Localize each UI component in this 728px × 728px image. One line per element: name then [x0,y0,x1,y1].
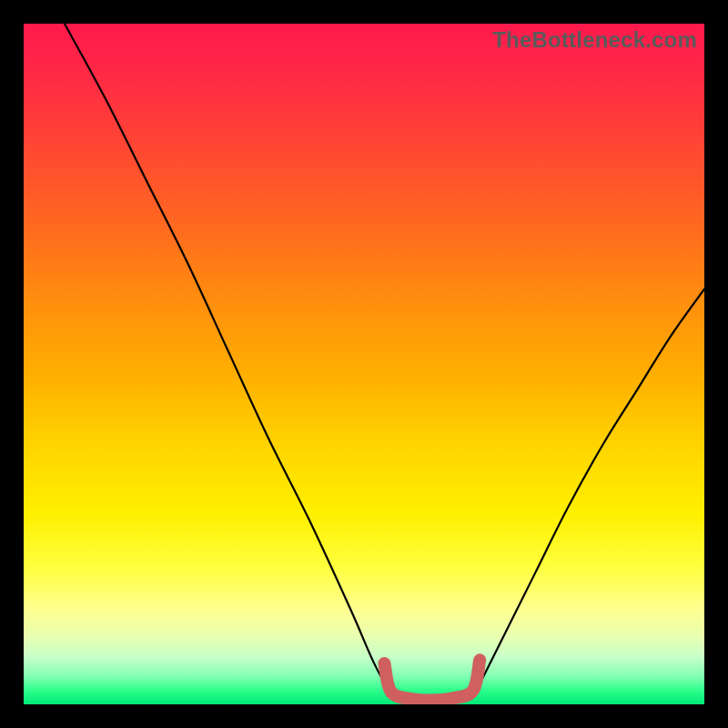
curve-left [65,24,391,694]
plot-area: TheBottleneck.com [24,24,704,704]
curve-right [476,289,704,691]
chart-svg [24,24,704,704]
curve-valley [384,660,480,700]
chart-frame: TheBottleneck.com [0,0,728,728]
